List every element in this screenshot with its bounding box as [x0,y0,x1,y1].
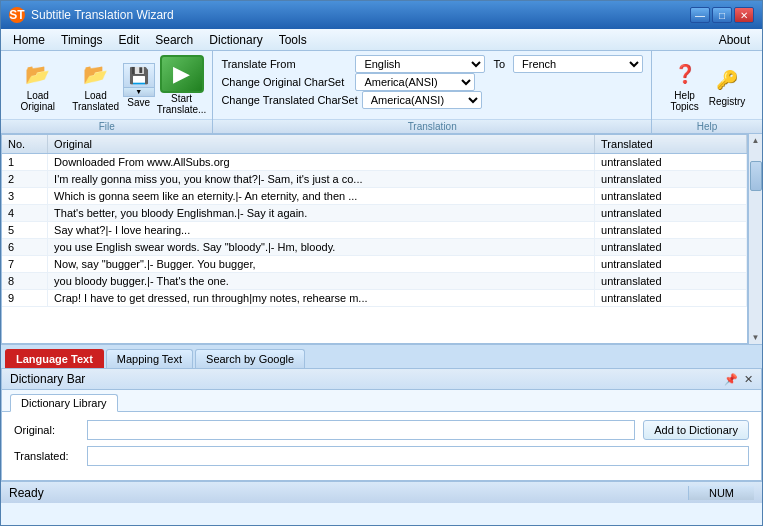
menu-edit[interactable]: Edit [111,31,148,49]
cell-translated: untranslated [595,154,747,171]
subtitle-table: No. Original Translated 1 Downloaded Fro… [2,135,747,307]
cell-no: 7 [2,256,48,273]
registry-label: Registry [709,96,746,107]
cell-translated: untranslated [595,188,747,205]
menu-tools[interactable]: Tools [271,31,315,49]
title-bar-left: ST Subtitle Translation Wizard [9,7,174,23]
change-translated-charset-select[interactable]: America(ANSI) [362,91,482,109]
cell-translated: untranslated [595,222,747,239]
title-bar-controls: — □ ✕ [690,7,754,23]
ribbon-help-buttons: ❓ HelpTopics 🔑 Registry [652,51,762,119]
minimize-button[interactable]: — [690,7,710,23]
dictionary-bar: Dictionary Bar 📌 ✕ Dictionary Library Or… [1,368,762,481]
subtitle-table-container: No. Original Translated 1 Downloaded Fro… [1,134,748,344]
app-icon: ST [9,7,25,23]
add-to-dictionary-button[interactable]: Add to Dictionary [643,420,749,440]
menu-bar: Home Timings Edit Search Dictionary Tool… [1,29,762,51]
table-row[interactable]: 5 Say what?|- I love hearing... untransl… [2,222,747,239]
help-group-label: Help [652,119,762,133]
table-row[interactable]: 3 Which is gonna seem like an eternity.|… [2,188,747,205]
file-group-label: File [1,119,212,133]
scroll-up-arrow[interactable]: ▲ [750,134,762,147]
cell-no: 5 [2,222,48,239]
start-translate-label: StartTranslate... [157,93,207,115]
registry-button[interactable]: 🔑 Registry [707,62,748,109]
col-header-original: Original [48,135,595,154]
menu-timings[interactable]: Timings [53,31,111,49]
cell-translated: untranslated [595,290,747,307]
help-topics-button[interactable]: ❓ HelpTopics [667,56,703,114]
start-translate-icon: ▶ [160,55,204,93]
maximize-button[interactable]: □ [712,7,732,23]
dict-translated-input[interactable] [87,446,749,466]
cell-no: 3 [2,188,48,205]
load-original-label: Load Original [11,90,65,112]
scroll-down-arrow[interactable]: ▼ [750,331,762,344]
status-bar: Ready NUM [1,481,762,503]
change-translated-charset-row: Change Translated CharSet America(ANSI) [221,91,643,109]
cell-no: 2 [2,171,48,188]
registry-icon: 🔑 [711,64,743,96]
scrollbar-thumb[interactable] [750,161,762,191]
cell-translated: untranslated [595,205,747,222]
app-window: ST Subtitle Translation Wizard — □ ✕ Hom… [0,0,763,526]
table-row[interactable]: 8 you bloody bugger.|- That's the one. u… [2,273,747,290]
save-dropdown-button[interactable]: ▼ [123,87,155,97]
translate-to-select[interactable]: French [513,55,643,73]
save-label: Save [127,97,150,108]
translate-from-select[interactable]: English [355,55,485,73]
close-button[interactable]: ✕ [734,7,754,23]
translation-group-label: Translation [213,119,651,133]
cell-original: you bloody bugger.|- That's the one. [48,273,595,290]
cell-original: That's better, you bloody Englishman.|- … [48,205,595,222]
dictionary-bar-header: Dictionary Bar 📌 ✕ [2,369,761,390]
dict-original-input[interactable] [87,420,635,440]
dict-translated-row: Translated: [14,446,749,466]
cell-translated: untranslated [595,239,747,256]
main-table-area: No. Original Translated 1 Downloaded Fro… [1,134,762,344]
table-row[interactable]: 9 Crap! I have to get dressed, run throu… [2,290,747,307]
table-row[interactable]: 7 Now, say "bugger".|- Bugger. You bugge… [2,256,747,273]
table-row[interactable]: 6 you use English swear words. Say "bloo… [2,239,747,256]
menu-about[interactable]: About [711,31,758,49]
change-original-charset-row: Change Original CharSet America(ANSI) [221,73,643,91]
load-original-icon: 📂 [22,58,54,90]
tab-dictionary-library[interactable]: Dictionary Library [10,394,118,412]
dictionary-bar-close[interactable]: ✕ [744,373,753,386]
cell-original: Say what?|- I love hearing... [48,222,595,239]
load-translated-button[interactable]: 📂 LoadTranslated [71,56,121,114]
dict-translated-label: Translated: [14,450,79,462]
menu-home[interactable]: Home [5,31,53,49]
num-indicator: NUM [688,486,754,500]
cell-no: 9 [2,290,48,307]
change-translated-charset-label: Change Translated CharSet [221,94,357,106]
table-row[interactable]: 2 I'm really gonna miss you, you know th… [2,171,747,188]
cell-original: I'm really gonna miss you, you know that… [48,171,595,188]
tab-mapping-text[interactable]: Mapping Text [106,349,193,368]
cell-no: 1 [2,154,48,171]
save-button[interactable]: 💾 [123,63,155,87]
menu-dictionary[interactable]: Dictionary [201,31,270,49]
load-translated-icon: 📂 [80,58,112,90]
ribbon-translation-controls: Translate From English To French Change … [213,51,651,119]
status-text: Ready [9,486,44,500]
dictionary-bar-pin[interactable]: 📌 [724,373,738,386]
table-row[interactable]: 1 Downloaded From www.AllSubs.org untran… [2,154,747,171]
title-bar: ST Subtitle Translation Wizard — □ ✕ [1,1,762,29]
dictionary-bar-controls: 📌 ✕ [724,373,753,386]
tab-search-by-google[interactable]: Search by Google [195,349,305,368]
cell-original: you use English swear words. Say "bloody… [48,239,595,256]
ribbon: 📂 Load Original 📂 LoadTranslated 💾 ▼ Sav… [1,51,762,134]
table-row[interactable]: 4 That's better, you bloody Englishman.|… [2,205,747,222]
menu-search[interactable]: Search [147,31,201,49]
vertical-scrollbar[interactable]: ▲ ▼ [748,134,762,344]
load-original-button[interactable]: 📂 Load Original [7,56,69,114]
cell-no: 4 [2,205,48,222]
tab-language-text[interactable]: Language Text [5,349,104,368]
load-translated-label: LoadTranslated [72,90,119,112]
start-translate-button[interactable]: ▶ StartTranslate... [157,55,207,115]
change-original-charset-label: Change Original CharSet [221,76,351,88]
help-topics-icon: ❓ [669,58,701,90]
ribbon-file-buttons: 📂 Load Original 📂 LoadTranslated 💾 ▼ Sav… [1,51,212,119]
change-original-charset-select[interactable]: America(ANSI) [355,73,475,91]
